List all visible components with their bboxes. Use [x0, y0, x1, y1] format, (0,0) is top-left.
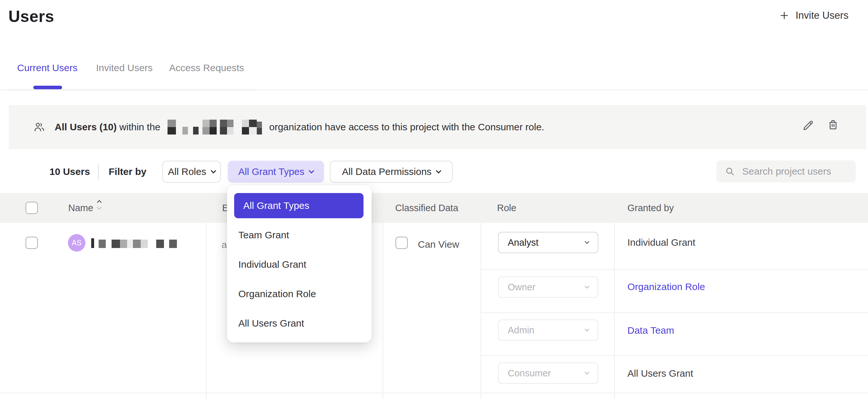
active-tab-indicator	[33, 86, 62, 89]
can-view-label: Can View	[418, 239, 459, 250]
can-view-checkbox[interactable]	[396, 237, 408, 249]
edit-grant-button[interactable]	[802, 119, 815, 132]
granted-by-link[interactable]: Organization Role	[627, 281, 705, 292]
sort-icon[interactable]	[98, 201, 101, 209]
row-checkbox[interactable]	[26, 237, 38, 249]
all-roles-filter[interactable]: All Roles	[162, 161, 221, 183]
role-select-analyst[interactable]: Analyst	[498, 232, 598, 253]
granted-by-value: All Users Grant	[627, 368, 693, 379]
select-all-checkbox[interactable]	[26, 202, 38, 214]
dropdown-item-team-grant[interactable]: Team Grant	[238, 229, 289, 241]
invite-users-button[interactable]: Invite Users	[779, 10, 848, 21]
dropdown-item-all-users-grant[interactable]: All Users Grant	[238, 318, 304, 329]
pencil-icon	[802, 119, 815, 132]
granted-by-link[interactable]: Data Team	[627, 325, 674, 336]
page-title: Users	[8, 7, 54, 26]
table-header: Name Email Classified Data Role Granted …	[0, 193, 868, 223]
column-divider	[480, 223, 481, 399]
search-input[interactable]: Search project users	[716, 160, 856, 182]
filter-by-label: Filter by	[108, 166, 147, 177]
row-divider	[0, 393, 868, 393]
user-email: a	[221, 239, 227, 250]
user-count: 10 Users	[50, 166, 90, 177]
chevron-down-icon	[436, 168, 441, 174]
granted-by-value: Individual Grant	[627, 237, 695, 248]
role-select-owner: Owner	[498, 276, 598, 298]
chevron-down-icon	[585, 327, 589, 331]
banner-bold: All Users (10)	[55, 122, 117, 132]
role-select-admin: Admin	[498, 319, 598, 341]
all-grant-types-filter[interactable]: All Grant Types	[228, 161, 324, 183]
dropdown-item-all-grant-types[interactable]: All Grant Types	[234, 193, 364, 218]
invite-users-label: Invite Users	[796, 10, 848, 21]
redacted-org-name	[167, 120, 262, 134]
column-header-role: Role	[497, 193, 517, 223]
dropdown-item-individual-grant[interactable]: Individual Grant	[238, 259, 306, 270]
chevron-down-icon	[585, 284, 589, 288]
banner-text: All Users (10) within the organization h…	[55, 120, 544, 134]
role-select-consumer: Consumer	[498, 363, 598, 384]
users-icon	[33, 121, 45, 133]
column-divider	[382, 223, 383, 399]
grant-row-divider	[481, 355, 868, 356]
tab-invited-users[interactable]: Invited Users	[96, 62, 153, 73]
users-page: Users Invite Users Current Users Invited…	[0, 0, 868, 399]
trash-icon	[827, 118, 840, 131]
grant-types-dropdown-menu: All Grant Types Team Grant Individual Gr…	[227, 185, 372, 342]
column-divider	[614, 223, 615, 399]
chevron-down-icon	[585, 239, 589, 244]
chevron-down-icon	[211, 168, 216, 174]
search-placeholder: Search project users	[742, 166, 831, 177]
delete-grant-button[interactable]	[827, 118, 840, 131]
all-users-banner: All Users (10) within the organization h…	[9, 105, 866, 149]
avatar: AS	[68, 234, 85, 251]
tab-access-requests[interactable]: Access Requests	[169, 62, 244, 73]
all-data-permissions-filter[interactable]: All Data Permissions	[330, 161, 453, 183]
column-divider	[206, 223, 207, 399]
tab-current-users[interactable]: Current Users	[17, 62, 78, 73]
redacted-user-name	[91, 238, 177, 248]
chevron-down-icon	[309, 168, 314, 174]
plus-icon	[779, 10, 790, 21]
column-header-name[interactable]: Name	[68, 193, 93, 223]
search-icon	[725, 166, 735, 177]
column-header-classified: Classified Data	[395, 193, 458, 223]
filter-divider	[98, 164, 99, 180]
chevron-down-icon	[585, 370, 589, 374]
tabs-divider-dark	[8, 90, 255, 90]
grant-row-divider	[481, 312, 868, 313]
grant-row-divider	[481, 269, 868, 270]
column-header-granted-by: Granted by	[627, 193, 674, 223]
dropdown-item-organization-role[interactable]: Organization Role	[238, 288, 316, 299]
